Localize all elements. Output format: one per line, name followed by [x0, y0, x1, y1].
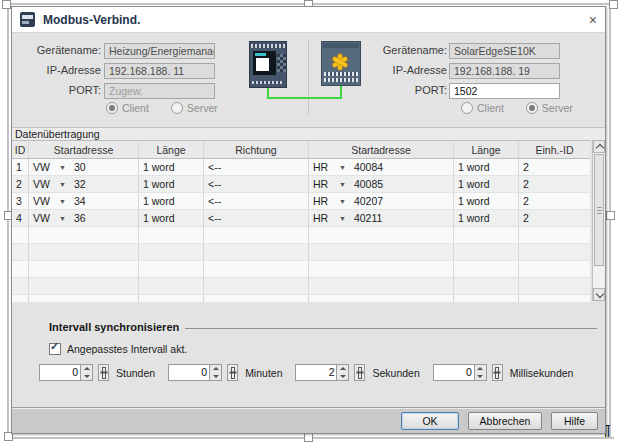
left-client-radio-item[interactable]: Client	[106, 102, 149, 114]
table-empty-row[interactable]	[12, 295, 590, 302]
cell-src-address[interactable]: VW▼34	[29, 193, 139, 209]
spin-up-icon[interactable]	[210, 365, 221, 373]
vertical-scrollbar[interactable]	[592, 140, 605, 301]
scroll-down-button[interactable]	[593, 288, 605, 301]
cell-id: 2	[12, 176, 29, 192]
cell-src-length[interactable]: 1 word	[139, 193, 204, 209]
dropdown-arrow-icon[interactable]: ▼	[339, 164, 346, 171]
left-server-radio[interactable]	[171, 102, 183, 114]
cell-src-length[interactable]: 1 word	[139, 210, 204, 226]
milliseconds-label: Millisekunden	[510, 367, 574, 379]
dropdown-arrow-icon[interactable]: ▼	[339, 181, 346, 188]
cell-dst-length[interactable]: 1 word	[454, 176, 519, 192]
cell-direction: <--	[204, 210, 309, 226]
hours-slider-button[interactable]	[98, 364, 109, 381]
ok-button[interactable]: OK	[401, 412, 459, 430]
cancel-button[interactable]: Abbrechen	[468, 412, 542, 430]
seconds-label: Sekunden	[372, 367, 419, 379]
header-laenge-src: Länge	[139, 141, 204, 158]
dropdown-arrow-icon[interactable]: ▼	[59, 198, 66, 205]
table-row[interactable]: 1 VW▼30 1 word <-- HR▼40084 1 word 2	[12, 159, 590, 176]
scrollbar-thumb[interactable]	[594, 154, 604, 266]
spin-up-icon[interactable]	[475, 365, 486, 373]
custom-interval-checkbox[interactable]: ✓	[49, 343, 61, 355]
resize-handle-bottom-center[interactable]	[304, 433, 313, 442]
spin-down-icon[interactable]	[81, 373, 92, 381]
seconds-slider-button[interactable]	[354, 364, 365, 381]
dropdown-arrow-icon[interactable]: ▼	[59, 181, 66, 188]
spin-down-icon[interactable]	[210, 373, 221, 381]
connection-line	[257, 82, 352, 104]
table-row[interactable]: 3 VW▼34 1 word <-- HR▼40207 1 word 2	[12, 193, 590, 210]
left-server-radio-item[interactable]: Server	[171, 102, 218, 114]
resize-handle-top-right[interactable]	[609, 0, 618, 9]
milliseconds-slider-button[interactable]	[492, 364, 503, 381]
header-startadresse-src: Startadresse	[29, 141, 139, 158]
slider-icon	[229, 367, 237, 379]
spin-up-icon[interactable]	[81, 365, 92, 373]
cell-unit-id[interactable]: 2	[519, 210, 590, 226]
minutes-spinner[interactable]: 0	[168, 364, 222, 381]
left-device-ip-field: 192.168.188. 11	[104, 63, 215, 79]
check-icon: ✓	[50, 340, 59, 353]
cell-unit-id[interactable]: 2	[519, 176, 590, 192]
title-bar[interactable]: Modbus-Verbind. ×	[12, 7, 605, 33]
table-row[interactable]: 4 VW▼36 1 word <-- HR▼40211 1 word 2	[12, 210, 590, 227]
selection-border-left	[7, 4, 9, 438]
right-device-name-field: SolarEdgeSE10K	[449, 43, 560, 59]
cell-unit-id[interactable]: 2	[519, 159, 590, 175]
document-page: ¶ Modbus-Verbind. × Gerätename: Heizung/…	[0, 0, 618, 445]
right-device-port-field[interactable]: 1502	[449, 83, 560, 99]
help-button[interactable]: Hilfe	[551, 412, 598, 430]
scroll-up-button[interactable]	[593, 140, 605, 153]
cell-dst-address[interactable]: HR▼40084	[309, 159, 454, 175]
cell-src-address[interactable]: VW▼30	[29, 159, 139, 175]
resize-handle-middle-right[interactable]	[606, 211, 615, 220]
dropdown-arrow-icon[interactable]: ▼	[339, 198, 346, 205]
seconds-spinner[interactable]: 2	[295, 364, 349, 381]
table-empty-row[interactable]	[12, 244, 590, 261]
right-server-radio[interactable]	[526, 102, 538, 114]
custom-interval-checkbox-row[interactable]: ✓ Angepasstes Intervall akt.	[49, 343, 187, 355]
interval-section-header: Intervall synchronisieren	[49, 321, 597, 333]
table-row[interactable]: 2 VW▼32 1 word <-- HR▼40085 1 word 2	[12, 176, 590, 193]
right-server-radio-item[interactable]: Server	[526, 102, 573, 114]
table-empty-row[interactable]	[12, 261, 590, 278]
slider-icon	[100, 367, 108, 379]
cell-dst-address[interactable]: HR▼40211	[309, 210, 454, 226]
dropdown-arrow-icon[interactable]: ▼	[339, 215, 346, 222]
milliseconds-spinner[interactable]: 0	[433, 364, 487, 381]
header-id: ID	[12, 141, 29, 158]
interval-heading: Intervall synchronisieren	[49, 321, 179, 333]
dropdown-arrow-icon[interactable]: ▼	[59, 215, 66, 222]
hours-spinner[interactable]: 0	[39, 364, 93, 381]
data-transfer-table: ID Startadresse Länge Richtung Startadre…	[12, 140, 590, 302]
minutes-slider-button[interactable]	[227, 364, 238, 381]
cell-unit-id[interactable]: 2	[519, 193, 590, 209]
table-header-row: ID Startadresse Länge Richtung Startadre…	[12, 141, 590, 159]
spin-down-icon[interactable]	[337, 373, 348, 381]
right-client-radio-item[interactable]: Client	[461, 102, 504, 114]
table-empty-row[interactable]	[12, 227, 590, 244]
cell-dst-length[interactable]: 1 word	[454, 159, 519, 175]
cell-src-address[interactable]: VW▼36	[29, 210, 139, 226]
cell-dst-address[interactable]: HR▼40207	[309, 193, 454, 209]
dropdown-arrow-icon[interactable]: ▼	[59, 164, 66, 171]
spin-up-icon[interactable]	[337, 365, 348, 373]
cell-src-length[interactable]: 1 word	[139, 176, 204, 192]
cell-src-length[interactable]: 1 word	[139, 159, 204, 175]
right-client-radio[interactable]	[461, 102, 473, 114]
cell-dst-length[interactable]: 1 word	[454, 210, 519, 226]
left-device-name-label: Gerätename:	[14, 42, 101, 58]
logo-app-icon	[20, 12, 35, 27]
close-icon[interactable]: ×	[589, 13, 597, 27]
cell-dst-address[interactable]: HR▼40085	[309, 176, 454, 192]
table-empty-row[interactable]	[12, 278, 590, 295]
cell-src-address[interactable]: VW▼32	[29, 176, 139, 192]
left-device-ip-label: IP-Adresse	[14, 62, 101, 78]
cell-dst-length[interactable]: 1 word	[454, 193, 519, 209]
left-client-radio[interactable]	[106, 102, 118, 114]
spin-down-icon[interactable]	[475, 373, 486, 381]
right-role-radio-group: Client Server	[461, 102, 595, 114]
resize-handle-top-left[interactable]	[2, 0, 11, 9]
